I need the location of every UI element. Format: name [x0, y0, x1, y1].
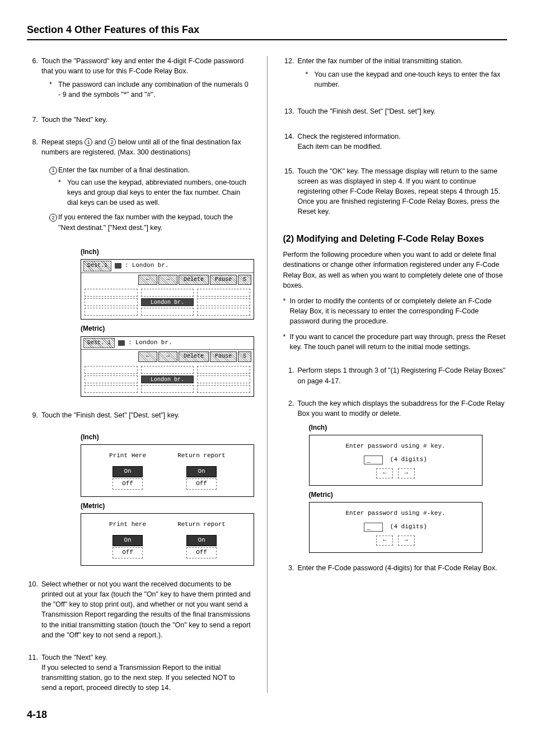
- slot[interactable]: [197, 298, 250, 306]
- off-button[interactable]: Off: [186, 478, 217, 490]
- off-button[interactable]: Off: [186, 547, 217, 558]
- phone-icon: [115, 263, 121, 269]
- arrow-left-button[interactable]: ←: [138, 275, 157, 285]
- step-text: Touch the "OK" key. The message display …: [298, 166, 508, 217]
- inch-label: (Inch): [309, 423, 508, 433]
- slot[interactable]: [85, 308, 138, 316]
- off-button[interactable]: Off: [113, 547, 143, 558]
- arrow-right-button[interactable]: →: [158, 275, 177, 285]
- on-button[interactable]: On: [113, 466, 143, 477]
- step-text: Touch the "Next" key.: [41, 115, 251, 125]
- step-r2: 2. Touch the key which displays the suba…: [283, 398, 508, 419]
- slot[interactable]: [85, 289, 138, 297]
- metric-label: (Metric): [81, 501, 251, 511]
- slot[interactable]: [141, 308, 194, 316]
- step-13: 13. Touch the "Finish dest. Set" ["Dest.…: [283, 106, 508, 116]
- step-text-continued: Each item can be modified.: [298, 142, 508, 152]
- password-input[interactable]: _: [364, 456, 383, 464]
- off-button[interactable]: Off: [113, 478, 143, 490]
- step-number: 11.: [27, 652, 41, 693]
- password-prompt: Enter password using #-key.: [310, 509, 482, 518]
- step-number: 6.: [27, 56, 41, 102]
- step-text: Enter the fax number of the initial tran…: [298, 57, 463, 65]
- slot-selected[interactable]: London br.: [141, 375, 194, 383]
- asterisk-marker: *: [283, 332, 290, 352]
- on-button[interactable]: On: [186, 535, 217, 546]
- step-text: Touch the "Password" key and enter the 4…: [41, 57, 243, 75]
- substep-text: Enter the fax number of a final destinat…: [58, 166, 190, 174]
- note-2: * If you want to cancel the procedure pa…: [283, 332, 508, 352]
- password-box-inch: Enter password using # key. _ (4 digits)…: [309, 435, 483, 486]
- step-body: Touch the "Password" key and enter the 4…: [41, 56, 251, 102]
- arrow-right-button[interactable]: →: [398, 536, 415, 546]
- onoff-box-inch: Print Here On Off Return report On Off: [81, 444, 254, 497]
- circled-1-icon: 1: [49, 167, 57, 175]
- step-text: Touch the "Finish dest. Set" ["Dest. set…: [298, 106, 508, 116]
- pause-button[interactable]: Pause: [210, 275, 237, 285]
- slot-selected[interactable]: London br.: [141, 298, 194, 306]
- step-12: 12. Enter the fax number of the initial …: [283, 56, 508, 92]
- arrow-right-button[interactable]: →: [398, 468, 415, 478]
- slot[interactable]: [85, 385, 138, 393]
- subsection-heading: (2) Modifying and Deleting F-Code Relay …: [283, 233, 508, 245]
- destination-figure: (Inch) Dest.1 : London br. ← → Delete Pa…: [81, 247, 251, 397]
- on-button[interactable]: On: [186, 466, 217, 477]
- dest-chip: Dest.1: [83, 261, 111, 271]
- digits-label: (4 digits): [390, 456, 427, 464]
- step-number: 7.: [27, 115, 41, 125]
- step-number: 12.: [283, 56, 298, 92]
- screen-mock-metric: Dest. 1 : London br. ← → Delete Pause S …: [81, 336, 254, 397]
- step-7: 7. Touch the "Next" key.: [27, 115, 251, 125]
- s-button[interactable]: S: [238, 351, 251, 362]
- step-r3: 3. Enter the F-Code password (4-digits) …: [283, 563, 508, 573]
- delete-button[interactable]: Delete: [179, 351, 209, 362]
- s-button[interactable]: S: [238, 275, 251, 285]
- arrow-right-button[interactable]: →: [158, 351, 177, 362]
- section-title: Section 4 Other Features of this Fax: [27, 22, 507, 40]
- step-number: 14.: [283, 132, 298, 152]
- step-text: Enter the F-Code password (4-digits) for…: [298, 563, 508, 573]
- slot[interactable]: [197, 375, 250, 383]
- slot[interactable]: [197, 308, 250, 316]
- on-button[interactable]: On: [113, 535, 143, 546]
- step-body: Repeat steps 1 and 2 below until all of …: [41, 137, 251, 235]
- step-number: 10.: [27, 579, 41, 640]
- slot[interactable]: [85, 366, 138, 374]
- circled-2-icon: 2: [108, 138, 116, 146]
- arrow-left-button[interactable]: ←: [376, 468, 393, 478]
- pause-button[interactable]: Pause: [210, 351, 237, 362]
- circled-2-icon: 2: [49, 214, 57, 222]
- arrow-left-button[interactable]: ←: [376, 536, 393, 546]
- slot[interactable]: [141, 385, 194, 393]
- phone-icon: [118, 340, 125, 346]
- metric-label: (Metric): [309, 490, 508, 500]
- step-text: Select whether or not you want the recei…: [41, 579, 251, 640]
- slot[interactable]: [141, 289, 194, 297]
- inch-label: (Inch): [81, 247, 251, 257]
- inch-label: (Inch): [81, 433, 251, 442]
- slot[interactable]: [141, 366, 194, 374]
- slot[interactable]: [197, 289, 250, 297]
- dest-chip: Dest. 1: [83, 338, 115, 349]
- delete-button[interactable]: Delete: [179, 275, 209, 285]
- step-15: 15. Touch the "OK" key. The message disp…: [283, 166, 508, 217]
- colon: :: [125, 261, 129, 270]
- step-number: 15.: [283, 166, 298, 217]
- step-text: Check the registered information.: [298, 132, 508, 142]
- step-number: 3.: [283, 563, 298, 573]
- password-figure: (Inch) Enter password using # key. _ (4 …: [309, 423, 508, 553]
- slot[interactable]: [85, 298, 138, 306]
- arrow-left-button[interactable]: ←: [138, 351, 157, 362]
- slot[interactable]: [85, 375, 138, 383]
- asterisk-marker: *: [283, 296, 290, 326]
- return-report-label: Return report: [177, 452, 226, 461]
- password-input[interactable]: _: [364, 523, 383, 532]
- step-number: 1.: [283, 365, 298, 386]
- step-9: 9. Touch the "Finish dest. Set" ["Dest. …: [27, 410, 251, 420]
- slot[interactable]: [197, 385, 250, 393]
- asterisk-marker: *: [49, 79, 58, 100]
- step-text: Touch the "Finish dest. Set" ["Dest. set…: [41, 410, 251, 420]
- step-text: Perform steps 1 through 3 of "(1) Regist…: [298, 365, 508, 386]
- slot[interactable]: [197, 366, 250, 374]
- step-number: 8.: [27, 137, 41, 235]
